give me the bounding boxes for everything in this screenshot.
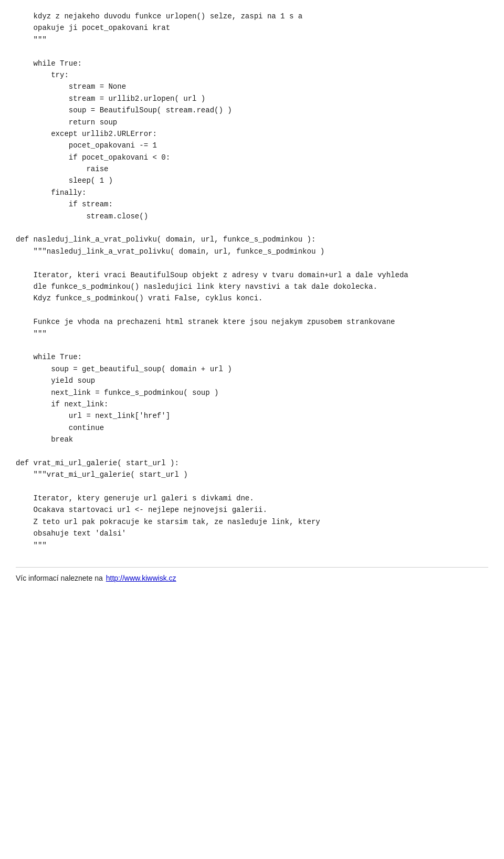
footer-link[interactable]: http://www.kiwwisk.cz — [106, 574, 176, 582]
footer-text: Víc informací naleznete na — [16, 574, 103, 582]
footer-bar: Víc informací naleznete na http://www.ki… — [16, 567, 488, 582]
code-content: kdyz z nejakeho duvodu funkce urlopen() … — [16, 11, 488, 551]
code-section: kdyz z nejakeho duvodu funkce urlopen() … — [16, 11, 488, 551]
